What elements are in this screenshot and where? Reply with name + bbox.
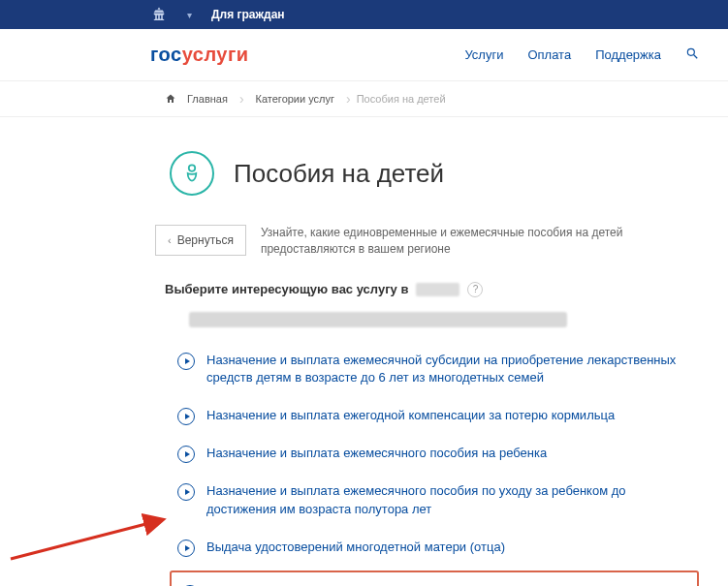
nav-payment[interactable]: Оплата [527,47,571,62]
region-label: Выберите интересующую вас услугу в [165,282,408,296]
service-label: Назначение и выплата ежемесячного пособи… [206,445,547,463]
audience-selector[interactable]: Для граждан [211,8,285,21]
play-circle-icon [177,353,195,370]
search-icon[interactable] [685,46,699,63]
help-icon[interactable]: ? [467,282,483,297]
redacted-bar [189,312,567,327]
service-label: Назначение и выплата ежемесячного пособи… [206,482,691,519]
service-item[interactable]: Назначение и выплата ежемесячной субсиди… [170,342,699,398]
breadcrumb-category[interactable]: Категории услуг [250,91,340,107]
breadcrumb: Главная › Категории услуг › Пособия на д… [0,81,728,117]
intro-row: ‹ Вернуться Узнайте, какие единовременны… [0,215,728,277]
page-title: Пособия на детей [234,159,444,189]
svg-line-1 [694,55,698,59]
back-label: Вернуться [177,233,234,247]
logo-part-gos: гос [150,44,182,65]
logo-part-usl: услуги [182,44,249,65]
emblem-icon [150,6,168,23]
play-circle-icon [177,408,195,425]
service-item[interactable]: Выдача удостоверений многодетной матери … [170,529,699,567]
breadcrumb-sep-icon: › [346,91,351,107]
service-item[interactable]: Назначение и выплата ежегодной компенсац… [170,397,699,435]
service-item[interactable]: Назначение и выплата ежемесячного пособи… [170,435,699,473]
service-label: Назначение и выплата ежемесячной субсиди… [206,352,691,388]
nav-support[interactable]: Поддержка [595,47,661,62]
play-circle-icon [177,540,195,557]
home-icon [165,93,176,105]
back-button[interactable]: ‹ Вернуться [155,225,246,256]
svg-point-0 [687,48,694,55]
play-circle-icon [177,446,195,463]
nav: Услуги Оплата Поддержка [464,46,699,63]
breadcrumb-current: Пособия на детей [357,93,446,105]
service-label: Выдача удостоверений многодетной матери … [206,539,505,557]
logo[interactable]: госуслуги [150,44,249,66]
region-row: Выберите интересующую вас услугу в ? [0,277,728,307]
breadcrumb-sep-icon: › [239,91,244,107]
service-label: Назначение и выплата ежегодной компенсац… [206,407,615,425]
category-icon [170,151,214,196]
service-item[interactable]: Назначение и выплата ежемесячного пособи… [170,473,699,529]
topbar: ▾ Для граждан [0,0,728,29]
nav-services[interactable]: Услуги [464,47,503,62]
title-row: Пособия на детей [0,117,728,215]
breadcrumb-home[interactable]: Главная [181,91,234,107]
chevron-left-icon: ‹ [168,234,172,246]
chevron-down-icon[interactable]: ▾ [187,10,192,20]
region-value-redacted [416,283,459,296]
play-circle-icon [177,483,195,501]
service-item-highlighted[interactable]: Назначение и выплата единовременного пос… [170,571,699,586]
header: госуслуги Услуги Оплата Поддержка [0,29,728,81]
intro-text: Узнайте, какие единовременные и ежемесяч… [261,225,718,258]
service-list: Назначение и выплата ежемесячной субсиди… [0,342,728,586]
